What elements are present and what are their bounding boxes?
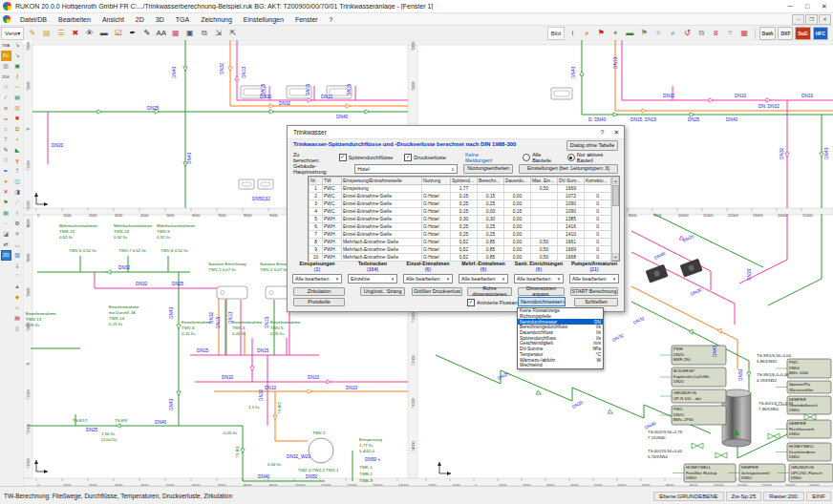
palette1-tool-5[interactable]: ∕ bbox=[1, 93, 11, 103]
scroll-down-icon[interactable]: ▼ bbox=[612, 253, 619, 261]
keine-meldungen-link[interactable]: Keine Meldungen! bbox=[465, 152, 505, 163]
toolbar-right-icon-11[interactable]: ⁘ bbox=[724, 28, 737, 39]
palette2-tool-11[interactable]: ┳ bbox=[12, 156, 23, 166]
palette2-tool-10[interactable]: ◣ bbox=[12, 145, 23, 156]
palette1-tool-8[interactable]: ⌗ bbox=[1, 124, 11, 135]
palette2-tool-27[interactable]: ▯ bbox=[12, 324, 23, 334]
menu-item-zeichnung[interactable]: Zeichnung bbox=[195, 16, 238, 23]
toolbar-right-icon-9[interactable]: ⧉ bbox=[695, 28, 708, 39]
gebaeude-hauptnutzung-select[interactable]: Hotel∨ bbox=[354, 164, 458, 174]
palette2-tool-21[interactable]: ⍊ bbox=[12, 261, 23, 271]
palette2-tool-13[interactable]: ◫ bbox=[12, 177, 23, 187]
dialog-help-button[interactable]: ? bbox=[595, 127, 609, 137]
palette2-tool-4[interactable]: 〰 bbox=[12, 82, 23, 93]
palette2-tool-24[interactable]: ◆ bbox=[12, 292, 23, 303]
close-button[interactable]: ✕ bbox=[816, 1, 833, 12]
flow-display-combo[interactable]: Nenndurchmesser∨ bbox=[518, 297, 566, 306]
menu-item-ansicht[interactable]: Ansicht bbox=[96, 16, 130, 23]
section-dropdown[interactable]: Einzelne▾ bbox=[348, 274, 397, 284]
palette1-tool-14[interactable]: ✕ bbox=[1, 187, 11, 198]
verw-dropdown[interactable]: Verw▾ bbox=[1, 27, 24, 40]
toolbar-left-icon-2[interactable]: ☰ bbox=[54, 28, 67, 39]
toolbar-right-icon-2[interactable]: ⚑ bbox=[595, 28, 608, 39]
palette2-tool-1[interactable]: ↘ bbox=[12, 51, 23, 61]
section-dropdown[interactable]: Alle bearbeiten▾ bbox=[292, 274, 342, 284]
palette1-tool-19[interactable]: ⇄ bbox=[1, 240, 11, 250]
table-row[interactable]: 8PWHMehrfach-Entnahme-StelleG:Hotel0,520… bbox=[310, 239, 611, 246]
toolbar-left-icon-4[interactable]: 👁 bbox=[83, 28, 96, 39]
palette2-tool-20[interactable]: ▥ bbox=[12, 250, 23, 261]
palette2-tool-7[interactable]: ✖ bbox=[12, 114, 23, 124]
scroll-thumb[interactable] bbox=[612, 185, 619, 206]
dimensionen-anpass--button[interactable]: Dimensionen anpass. bbox=[518, 287, 565, 296]
gr-ter-druckverlust-button[interactable]: Größter Druckverlust bbox=[412, 287, 462, 296]
toolbar-left-icon-6[interactable]: ☑ bbox=[112, 28, 124, 39]
menu-item-fenster[interactable]: Fenster bbox=[289, 16, 324, 23]
toolbar-left-icon-13[interactable]: ⇲ bbox=[212, 28, 224, 39]
toolbar-left-icon-1[interactable]: ▤ bbox=[40, 28, 53, 39]
toolbar-right-icon-6[interactable]: ⌗ bbox=[652, 28, 665, 39]
toolbar-right-icon-8[interactable]: ↺ bbox=[681, 28, 694, 39]
palette1-tool-4[interactable]: ⤫ bbox=[1, 82, 11, 93]
palette2-tool-14[interactable]: ◨ bbox=[12, 187, 23, 198]
toolbar-left-icon-7[interactable]: ✒ bbox=[126, 28, 139, 39]
palette2-tool-23[interactable]: ▲ bbox=[12, 282, 23, 292]
table-row[interactable]: 5PWHEinzel-Entnahme-StelleG:Hotel0,300,3… bbox=[310, 216, 611, 223]
checkbox-druckverluste[interactable]: ✓ Druckverluste bbox=[404, 154, 446, 161]
toolbar-left-icon-5[interactable]: ▬ bbox=[97, 28, 110, 39]
section-dropdown[interactable]: Alle bearbeiten▾ bbox=[403, 274, 453, 284]
palette2-tool-8[interactable]: ◘ bbox=[12, 124, 23, 135]
palette2-tool-26[interactable]: ▤ bbox=[12, 313, 23, 324]
palette1-tool-10[interactable]: ✎ bbox=[1, 145, 11, 156]
menu-item-[interactable]: ? bbox=[324, 16, 339, 23]
dialog-title-bar[interactable]: Trinkwasser ? ✕ bbox=[288, 126, 624, 139]
toolbar-right-icon-10[interactable]: 8 bbox=[710, 28, 722, 39]
toolbar-badge-data[interactable]: DatA bbox=[759, 27, 777, 40]
menu-item-bearbeiten[interactable]: Bearbeiten bbox=[53, 16, 96, 23]
table-row[interactable]: 3PWCEinzel-Entnahme-StelleG:Hotel0,250,2… bbox=[310, 200, 611, 208]
palette1-tool-3[interactable]: 2DK bbox=[1, 72, 11, 82]
table-row[interactable]: 2PWCEinzel-Entnahme-StelleG:Hotel0,150,1… bbox=[310, 193, 611, 200]
palette2-tool-6[interactable]: ▥ bbox=[12, 103, 23, 114]
einstellungen-button[interactable]: Einstellungen (ber. Leitungstypen: 3) bbox=[519, 164, 618, 174]
start-berechnung-button[interactable]: START Berechnung bbox=[570, 287, 618, 296]
palette1-tool-9[interactable]: ⍑ bbox=[1, 135, 11, 145]
protokolle-button[interactable]: Protokolle bbox=[293, 298, 345, 306]
palette2-tool-16[interactable]: i bbox=[12, 208, 23, 219]
menu-item-einstellungen[interactable]: Einstellungen bbox=[238, 16, 289, 23]
palette2-tool-9[interactable]: ◖ bbox=[12, 135, 23, 145]
section-dropdown[interactable]: Alle bearbeiten▾ bbox=[459, 274, 508, 284]
toolbar-left-icon-10[interactable]: ▦ bbox=[169, 28, 182, 39]
toolbar-right-icon-7[interactable]: ⌕ bbox=[667, 28, 679, 39]
toolbar-right-icon-12[interactable]: ▦ bbox=[738, 28, 751, 39]
minimize-button[interactable]: ─ bbox=[781, 1, 799, 12]
menu-item-tga[interactable]: TGA bbox=[170, 16, 195, 23]
zirkulation-button[interactable]: Zirkulation bbox=[293, 287, 345, 296]
rohre-dimensionieren-button[interactable]: Rohre dimensionieren bbox=[467, 287, 512, 296]
palette1-tool-0[interactable]: TMA bbox=[1, 40, 11, 51]
toolbar-badge-dxf[interactable]: DXF bbox=[778, 27, 793, 40]
menu-item-3d[interactable]: 3D bbox=[150, 16, 170, 23]
palette1-tool-12[interactable]: ✒ bbox=[1, 166, 11, 177]
toolbar-left-icon-0[interactable]: ✎ bbox=[26, 28, 38, 39]
table-row[interactable]: 1PWCEinspeisung1,770,501669 bbox=[310, 185, 611, 193]
palette2-tool-19[interactable]: ◡ bbox=[12, 240, 23, 250]
checkbox-spitzendurchfluesse[interactable]: ✓ Spitzendurchflüsse bbox=[339, 154, 393, 161]
palette1-tool-16[interactable]: ▤ bbox=[1, 208, 11, 219]
toolbar-right-icon-1[interactable]: ⌕ bbox=[581, 28, 593, 39]
palette2-tool-3[interactable]: ⚷ bbox=[12, 72, 23, 82]
palette1-tool-7[interactable]: ₓₓ bbox=[1, 114, 11, 124]
palette1-tool-11[interactable]: ⛆ bbox=[1, 156, 11, 166]
table-row[interactable]: 9PWHMehrfach-Entnahme-StelleG:Hotel0,520… bbox=[310, 246, 611, 254]
palette2-tool-0[interactable]: ↘ bbox=[12, 40, 23, 51]
palette1-tool-6[interactable]: α bbox=[1, 103, 11, 114]
ung-nst-strang-button[interactable]: Ungünst.. Strang bbox=[360, 287, 405, 296]
menu-item-dateidb[interactable]: Datei/DB bbox=[14, 16, 53, 23]
dialog-close-icon[interactable]: ✕ bbox=[609, 127, 624, 137]
scroll-up-icon[interactable]: ▲ bbox=[612, 177, 619, 184]
table-row[interactable]: 6PWHEinzel-Entnahme-StelleG:Hotel0,250,2… bbox=[310, 223, 611, 231]
palette1-tool-17[interactable]: ▫ bbox=[1, 219, 11, 229]
toolbar-left-icon-14[interactable]: ⇱ bbox=[226, 28, 239, 39]
radio-alle-bauteile[interactable]: Alle Bauteile bbox=[523, 152, 560, 163]
dropdown-item[interactable]: Wechselnd bbox=[518, 363, 603, 368]
